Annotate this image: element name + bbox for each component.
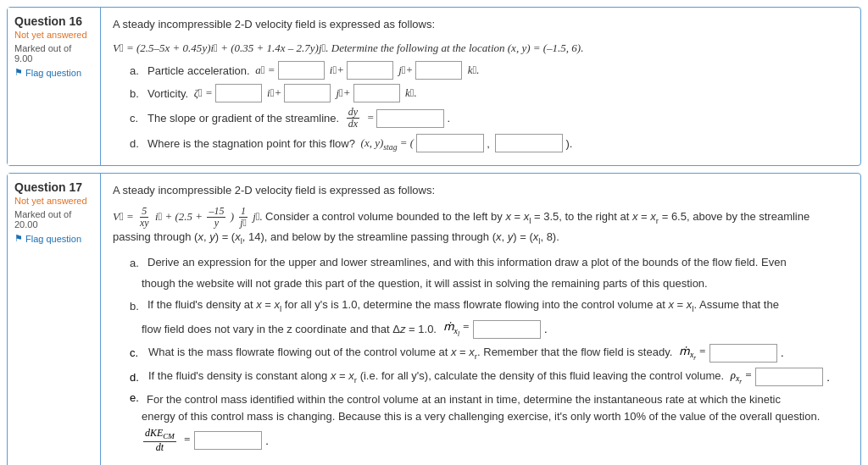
q17-part-c-text: What is the mass flowrate flowing out of… <box>148 344 676 363</box>
q17-c-math: ṁxr = <box>679 345 706 363</box>
q16-status: Not yet answered <box>14 30 93 40</box>
q17-e-math: dKECM dt = <box>142 428 191 453</box>
q17-part-e-label: e. <box>130 391 142 408</box>
q16-part-a-label: a. <box>130 64 142 77</box>
q16-part-a-text: Particle acceleration. <box>147 64 253 77</box>
q17-frac1: 5 xy <box>138 206 151 229</box>
q17-d-period: . <box>826 371 830 384</box>
flag-icon: ⚑ <box>14 67 23 78</box>
q16-part-c-math: dy dx = <box>345 107 375 130</box>
q17-part-b-line2: flow field does not vary in the z coordi… <box>142 320 849 339</box>
q16-part-d-text: Where is the stagnation point for this f… <box>147 137 359 150</box>
q16-b-j-input[interactable] <box>284 84 331 102</box>
q17-e-period: . <box>265 435 269 447</box>
q16-part-b-math: ζ⃗ = <box>194 86 213 100</box>
q17-number: Question 17 <box>14 180 93 194</box>
q16-part-d-label: d. <box>130 137 142 150</box>
q17-c-period: . <box>781 346 784 359</box>
q16-number: Question 16 <box>14 14 93 28</box>
q17-b-input[interactable] <box>473 320 541 339</box>
q16-c-period: . <box>447 112 450 125</box>
q17-part-a-label: a. <box>130 257 142 269</box>
q17-part-e: e. For the control mass identified withi… <box>113 391 849 453</box>
q16-flag-button[interactable]: ⚑ Flag question <box>14 67 93 78</box>
question-17-block: Question 17 Not yet answered Marked out … <box>7 173 861 465</box>
q17-part-c: c. What is the mass flowrate flowing out… <box>113 344 849 363</box>
q17-d-math: ρxr = <box>731 368 752 386</box>
question-16-block: Question 16 Not yet answered Marked out … <box>7 7 861 166</box>
dKECM-frac: dKECM dt <box>143 428 176 453</box>
q17-part-c-row: c. What is the mass flowrate flowing out… <box>130 344 849 363</box>
q16-part-c: c. The slope or gradient of the streamli… <box>130 107 849 130</box>
q16-part-c-label: c. <box>130 112 142 125</box>
q16-b-k-input[interactable] <box>353 84 400 102</box>
q17-part-e-cont: energy of this control mass is changing.… <box>142 408 849 425</box>
q16-b-i-label: i⃗+ <box>264 86 281 100</box>
q16-a-i-label: i⃗+ <box>327 64 344 77</box>
q17-part-c-label: c. <box>130 346 142 359</box>
q17-part-a: a. Derive an expression for the upper an… <box>113 254 849 291</box>
q16-a-j-label: j⃗+ <box>396 64 413 77</box>
q17-intro: A steady incompressible 2-D velocity fie… <box>113 182 849 199</box>
q16-velocity: V⃗ = (2.5–5x + 0.45y)i⃗ + (0.35 + 1.4x –… <box>113 40 849 57</box>
q17-part-d-row: d. If the fluid's density is constant al… <box>130 368 849 386</box>
q17-part-d: d. If the fluid's density is constant al… <box>113 368 849 386</box>
q16-part-a: a. Particle acceleration. a⃗ = i⃗+ j⃗+ k… <box>130 61 849 80</box>
q17-part-d-label: d. <box>130 371 142 384</box>
q16-vec: V⃗ = (2.5–5x + 0.45y)i⃗ + (0.35 + 1.4x –… <box>113 42 583 54</box>
flag-icon-q17: ⚑ <box>14 233 23 244</box>
q16-part-b: b. Vorticity. ζ⃗ = i⃗+ j⃗+ k⃗. <box>130 84 849 102</box>
q17-b-math: ṁxl = <box>443 320 470 338</box>
q16-part-c-text: The slope or gradient of the streamline. <box>147 112 342 125</box>
q17-c-input[interactable] <box>709 344 777 363</box>
q16-part-d-math: (x, y)stag = ( <box>361 136 415 152</box>
q17-b-period: . <box>544 323 548 335</box>
q16-part-a-math: a⃗ = <box>255 64 275 77</box>
q16-a-k-input[interactable] <box>415 61 462 80</box>
dy-dx-fraction: dy dx <box>347 107 359 130</box>
q16-part-b-label: b. <box>130 87 142 100</box>
q17-content: A steady incompressible 2-D velocity fie… <box>101 174 860 465</box>
q17-frac2: –15 y <box>207 206 225 229</box>
q16-marked: Marked out of 9.00 <box>14 43 93 64</box>
q16-a-i-input[interactable] <box>278 61 325 80</box>
q17-status: Not yet answered <box>14 196 93 206</box>
q16-a-j-input[interactable] <box>347 61 393 80</box>
q16-d-comma: , <box>487 137 492 150</box>
q17-part-e-input-row: dKECM dt = . <box>142 428 849 453</box>
q16-d-suffix: ). <box>565 137 572 150</box>
q16-intro: A steady incompressible 2-D velocity fie… <box>113 16 849 33</box>
q17-d-input[interactable] <box>755 368 823 386</box>
q17-sidebar: Question 17 Not yet answered Marked out … <box>8 174 101 465</box>
q17-frac3: 1 j⃗ <box>238 206 248 229</box>
q17-vec: V⃗ = 5 xy i⃗ + (2.5 + –15 y ) 1 j⃗ <box>113 210 265 223</box>
q17-flag-button[interactable]: ⚑ Flag question <box>14 233 93 244</box>
q17-part-e-row: e. For the control mass identified withi… <box>130 391 849 453</box>
page-container: Question 16 Not yet answered Marked out … <box>0 0 868 465</box>
q17-e-input[interactable] <box>194 431 262 450</box>
q16-d-y-input[interactable] <box>495 134 563 152</box>
q16-a-k-label: k⃗. <box>465 64 479 77</box>
q16-content: A steady incompressible 2-D velocity fie… <box>101 8 860 165</box>
q16-d-x-input[interactable] <box>416 134 484 152</box>
q16-b-j-label: j⃗+ <box>333 86 350 100</box>
q17-part-a-text: Derive an expression for the upper and l… <box>147 254 787 271</box>
q16-sidebar: Question 16 Not yet answered Marked out … <box>8 8 101 165</box>
q16-b-k-label: k⃗. <box>403 86 417 100</box>
q17-part-e-text: For the control mass identified within t… <box>147 391 781 408</box>
q17-part-b-text: If the fluid's density at x = xl for all… <box>147 296 779 315</box>
q16-part-b-text: Vorticity. <box>147 87 192 100</box>
q17-part-b-label: b. <box>130 300 142 313</box>
q16-part-d: d. Where is the stagnation point for thi… <box>130 134 849 152</box>
q17-velocity: V⃗ = 5 xy i⃗ + (2.5 + –15 y ) 1 j⃗ <box>113 206 849 248</box>
q16-c-input[interactable] <box>376 109 444 128</box>
q16-b-i-input[interactable] <box>215 84 262 102</box>
q17-marked: Marked out of 20.00 <box>14 209 93 230</box>
q17-part-d-text: If the fluid's density is constant along… <box>148 368 727 386</box>
q17-part-a-cont: though the website will not grade this p… <box>142 275 849 292</box>
q17-part-b: b. If the fluid's density at x = xl for … <box>113 296 849 338</box>
